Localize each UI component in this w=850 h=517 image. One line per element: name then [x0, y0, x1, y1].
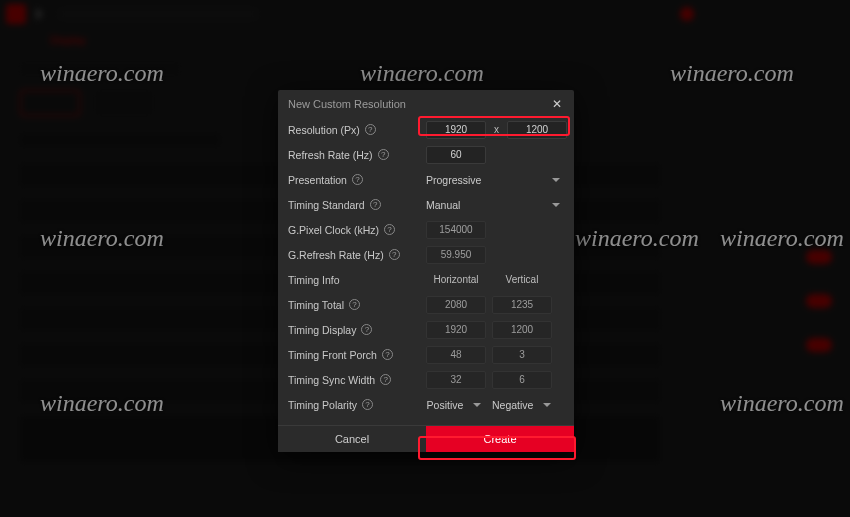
presentation-select[interactable]: Progressive	[426, 170, 564, 190]
timing-sync-v	[492, 371, 552, 389]
polarity-h-select[interactable]: Positive	[426, 395, 486, 415]
label-gpixel: G.Pixel Clock (kHz)	[288, 224, 379, 236]
watermark: winaero.com	[670, 60, 794, 87]
refresh-rate-input[interactable]	[426, 146, 486, 164]
help-icon[interactable]: ?	[380, 374, 391, 385]
row-timing-front-porch: Timing Front Porch ?	[288, 342, 564, 367]
row-timing-standard: Timing Standard ? Manual	[288, 192, 564, 217]
help-icon[interactable]: ?	[349, 299, 360, 310]
row-refresh-rate: Refresh Rate (Hz) ?	[288, 142, 564, 167]
watermark: winaero.com	[40, 390, 164, 417]
label-timing-polarity: Timing Polarity	[288, 399, 357, 411]
row-presentation: Presentation ? Progressive	[288, 167, 564, 192]
help-icon[interactable]: ?	[378, 149, 389, 160]
timing-display-v	[492, 321, 552, 339]
label-timing-display: Timing Display	[288, 324, 356, 336]
row-timing-polarity: Timing Polarity ? Positive Negative	[288, 392, 564, 417]
row-timing-info-header: Timing Info Horizontal Vertical	[288, 267, 564, 292]
watermark: winaero.com	[575, 225, 699, 252]
help-icon[interactable]: ?	[365, 124, 376, 135]
cancel-button[interactable]: Cancel	[278, 426, 426, 452]
chevron-down-icon	[552, 178, 560, 182]
resolution-height-input[interactable]	[507, 121, 567, 139]
label-timing-info: Timing Info	[288, 274, 340, 286]
polarity-v-select[interactable]: Negative	[492, 395, 555, 415]
row-timing-display: Timing Display ?	[288, 317, 564, 342]
label-presentation: Presentation	[288, 174, 347, 186]
gpixel-clock-value	[426, 221, 486, 239]
dialog-title: New Custom Resolution	[288, 98, 406, 110]
col-horizontal: Horizontal	[426, 274, 486, 285]
timing-sync-h	[426, 371, 486, 389]
chevron-down-icon	[552, 203, 560, 207]
watermark: winaero.com	[720, 390, 844, 417]
watermark: winaero.com	[720, 225, 844, 252]
resolution-separator: x	[492, 124, 501, 135]
timing-display-h	[426, 321, 486, 339]
watermark: winaero.com	[40, 225, 164, 252]
watermark: winaero.com	[40, 60, 164, 87]
watermark: winaero.com	[360, 60, 484, 87]
create-button[interactable]: Create	[426, 426, 574, 452]
label-grefresh: G.Refresh Rate (Hz)	[288, 249, 384, 261]
grefresh-rate-value	[426, 246, 486, 264]
help-icon[interactable]: ?	[370, 199, 381, 210]
label-timing-standard: Timing Standard	[288, 199, 365, 211]
label-resolution: Resolution (Px)	[288, 124, 360, 136]
help-icon[interactable]: ?	[382, 349, 393, 360]
timing-front-v	[492, 346, 552, 364]
row-grefresh: G.Refresh Rate (Hz) ?	[288, 242, 564, 267]
chevron-down-icon	[473, 403, 481, 407]
label-timing-front: Timing Front Porch	[288, 349, 377, 361]
chevron-down-icon	[543, 403, 551, 407]
help-icon[interactable]: ?	[362, 399, 373, 410]
label-refresh: Refresh Rate (Hz)	[288, 149, 373, 161]
row-resolution: Resolution (Px) ? x	[288, 117, 564, 142]
help-icon[interactable]: ?	[361, 324, 372, 335]
timing-total-h	[426, 296, 486, 314]
help-icon[interactable]: ?	[352, 174, 363, 185]
close-icon[interactable]: ✕	[550, 97, 564, 111]
label-timing-sync: Timing Sync Width	[288, 374, 375, 386]
row-timing-total: Timing Total ?	[288, 292, 564, 317]
label-timing-total: Timing Total	[288, 299, 344, 311]
help-icon[interactable]: ?	[389, 249, 400, 260]
help-icon[interactable]: ?	[384, 224, 395, 235]
row-gpixel-clock: G.Pixel Clock (kHz) ?	[288, 217, 564, 242]
timing-standard-select[interactable]: Manual	[426, 195, 564, 215]
timing-front-h	[426, 346, 486, 364]
row-timing-sync-width: Timing Sync Width ?	[288, 367, 564, 392]
timing-total-v	[492, 296, 552, 314]
col-vertical: Vertical	[492, 274, 552, 285]
new-custom-resolution-dialog: New Custom Resolution ✕ Resolution (Px) …	[278, 90, 574, 452]
resolution-width-input[interactable]	[426, 121, 486, 139]
